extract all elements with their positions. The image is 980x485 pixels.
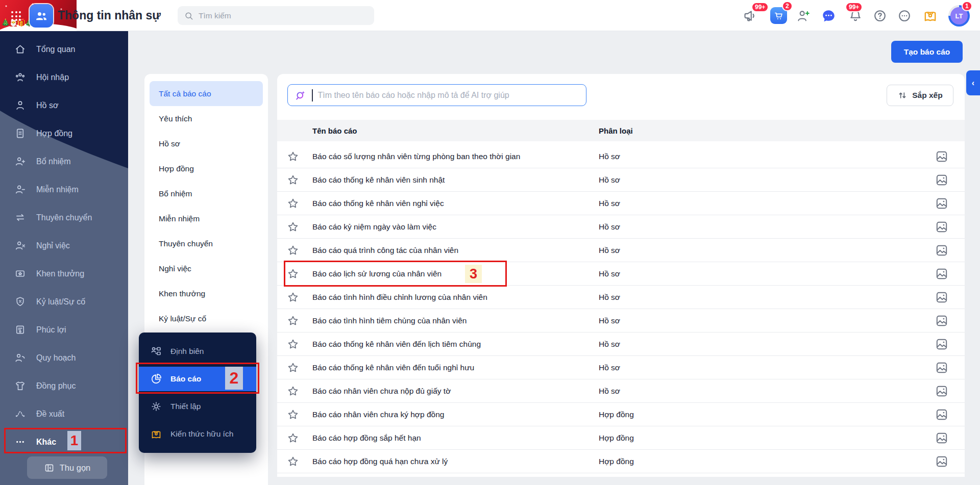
knowledge-icon[interactable]: [922, 8, 938, 23]
favorite-star-icon[interactable]: [287, 150, 299, 163]
favorite-star-icon[interactable]: [287, 409, 299, 421]
sidebar-item[interactable]: Miễn nhiệm: [0, 175, 128, 203]
category-item[interactable]: Miễn nhiệm: [150, 206, 263, 231]
image-preview-icon[interactable]: [935, 455, 948, 468]
table-row[interactable]: Báo cáo nhân viên chưa nộp đủ giấy tờ Hồ…: [277, 379, 965, 403]
table-row[interactable]: Báo cáo hợp đồng quá hạn chưa xử lý Hợp …: [277, 450, 965, 473]
category-item[interactable]: Bổ nhiệm: [150, 181, 263, 206]
sidebar-item[interactable]: Bổ nhiệm: [0, 147, 128, 175]
report-name: Báo cáo thống kê nhân viên nghỉ việc: [312, 192, 444, 215]
sidebar-item[interactable]: Đồng phục: [0, 372, 128, 400]
column-header-name: Tên báo cáo: [312, 126, 357, 135]
favorite-star-icon[interactable]: [287, 197, 299, 210]
favorite-star-icon[interactable]: [287, 362, 299, 374]
category-item[interactable]: Yêu thích: [150, 106, 263, 131]
favorite-star-icon[interactable]: [287, 244, 299, 257]
table-row[interactable]: Báo cáo thống kê nhân viên sinh nhật Hồ …: [277, 168, 965, 192]
sidebar-item-label: Hồ sơ: [36, 101, 58, 110]
sidebar-item[interactable]: Phúc lợi: [0, 316, 128, 344]
sidebar-item[interactable]: Thuyên chuyển: [0, 203, 128, 232]
app-grid-icon[interactable]: [11, 11, 21, 21]
add-user-icon[interactable]: [796, 9, 811, 23]
table-row[interactable]: Báo cáo hợp đồng sắp hết hạn Hợp đồng: [277, 426, 965, 450]
help-icon[interactable]: [873, 9, 887, 23]
collapse-sidebar-button[interactable]: Thu gọn: [27, 456, 107, 479]
image-preview-icon[interactable]: [935, 291, 948, 304]
favorite-star-icon[interactable]: [287, 338, 299, 350]
sidebar-item[interactable]: Hồ sơ: [0, 91, 128, 119]
image-preview-icon[interactable]: [935, 431, 948, 445]
more-menu-popup: Định biên Báo cáo Thiết lập Kiến thức hữ…: [139, 333, 256, 453]
category-item-label: Miễn nhiệm: [159, 214, 200, 223]
favorite-star-icon[interactable]: [287, 455, 299, 468]
image-preview-icon[interactable]: [935, 150, 948, 163]
image-preview-icon[interactable]: [935, 338, 948, 351]
sidebar-item[interactable]: Khác: [0, 428, 128, 456]
ai-report-search-input[interactable]: Tìm theo tên báo cáo hoặc nhập mô tả để …: [287, 84, 586, 106]
category-item[interactable]: Khen thưởng: [150, 281, 263, 306]
table-row[interactable]: Báo cáo kỷ niệm ngày vào làm việc Hồ sơ: [277, 215, 965, 239]
report-category: Hồ sơ: [599, 215, 620, 239]
table-row[interactable]: Báo cáo nhân viên chưa ký hợp đồng Hợp đ…: [277, 403, 965, 426]
person-minus-icon: [14, 184, 26, 195]
sidebar-item[interactable]: Kỷ luật/Sự cố: [0, 288, 128, 316]
table-row[interactable]: Báo cáo thống kê nhân viên đến lịch tiêm…: [277, 333, 965, 356]
category-item[interactable]: Thuyên chuyển: [150, 231, 263, 256]
image-preview-icon[interactable]: [935, 220, 948, 234]
favorite-star-icon[interactable]: [287, 174, 299, 186]
popup-menu-item[interactable]: Thiết lập: [139, 393, 256, 420]
chat-icon[interactable]: [821, 8, 837, 23]
favorite-star-icon[interactable]: [287, 221, 299, 233]
sort-button[interactable]: Sắp xếp: [887, 85, 953, 106]
table-row[interactable]: Báo cáo tình hình tiêm chủng của nhân vi…: [277, 309, 965, 333]
table-row[interactable]: Báo cáo số lượng nhân viên từng phòng ba…: [277, 145, 965, 168]
popup-menu-item[interactable]: Định biên: [139, 338, 256, 365]
table-row[interactable]: Báo cáo thống kê nhân viên đến tuổi nghỉ…: [277, 356, 965, 379]
sidebar-item-label: Hội nhập: [36, 73, 69, 82]
collapse-panel-tab[interactable]: ‹: [966, 70, 980, 95]
image-preview-icon[interactable]: [935, 244, 948, 257]
sidebar-item[interactable]: Khen thưởng: [0, 260, 128, 288]
table-row[interactable]: Báo cáo lịch sử lương của nhân viên Hồ s…: [277, 262, 965, 286]
image-preview-icon[interactable]: [935, 267, 948, 280]
image-preview-icon[interactable]: [935, 314, 948, 327]
report-category: Hồ sơ: [599, 379, 620, 403]
category-item[interactable]: Tất cả báo cáo: [150, 81, 263, 106]
popup-menu-item[interactable]: Báo cáo: [139, 365, 256, 393]
report-name: Báo cáo kỷ niệm ngày vào làm việc: [312, 215, 436, 239]
category-item[interactable]: Hồ sơ: [150, 131, 263, 156]
favorite-star-icon[interactable]: [287, 432, 299, 444]
favorite-star-icon[interactable]: [287, 315, 299, 327]
global-search-input[interactable]: Tìm kiếm: [178, 6, 374, 25]
sidebar-item[interactable]: Nghỉ việc: [0, 232, 128, 260]
popup-menu-item[interactable]: Kiến thức hữu ích: [139, 420, 256, 448]
report-category: Hồ sơ: [599, 309, 620, 333]
image-preview-icon[interactable]: [935, 197, 948, 210]
sidebar-item-label: Thuyên chuyển: [36, 213, 92, 222]
sidebar-item[interactable]: Hội nhập: [0, 63, 128, 91]
sidebar-item-label: Khen thưởng: [36, 269, 84, 278]
image-preview-icon[interactable]: [935, 408, 948, 421]
sidebar-item-label: Kỷ luật/Sự cố: [36, 297, 85, 307]
category-item[interactable]: Kỷ luật/Sự cố: [150, 306, 263, 331]
table-row[interactable]: Báo cáo thống kê nhân viên nghỉ việc Hồ …: [277, 192, 965, 215]
sidebar-item[interactable]: Hợp đồng: [0, 119, 128, 147]
app-logo-people-icon[interactable]: [30, 4, 53, 28]
category-item[interactable]: Hợp đồng: [150, 156, 263, 181]
sidebar-item[interactable]: Đề xuất: [0, 400, 128, 428]
table-row[interactable]: Báo cáo tình hình điều chỉnh lương của n…: [277, 286, 965, 309]
create-report-button[interactable]: Tạo báo cáo: [891, 41, 963, 63]
favorite-star-icon[interactable]: [287, 385, 299, 397]
table-row[interactable]: Báo cáo quá trình công tác của nhân viên…: [277, 239, 965, 262]
sort-arrows-icon: [897, 90, 908, 100]
favorite-star-icon[interactable]: [287, 268, 299, 280]
sidebar-item[interactable]: Quy hoạch: [0, 344, 128, 372]
image-preview-icon[interactable]: [935, 385, 948, 398]
category-item-label: Hợp đồng: [159, 164, 194, 173]
image-preview-icon[interactable]: [935, 173, 948, 187]
category-item[interactable]: Nghỉ việc: [150, 256, 263, 281]
favorite-star-icon[interactable]: [287, 291, 299, 303]
sidebar-item[interactable]: Tổng quan: [0, 35, 128, 63]
more-options-icon[interactable]: [897, 9, 912, 23]
image-preview-icon[interactable]: [935, 361, 948, 374]
